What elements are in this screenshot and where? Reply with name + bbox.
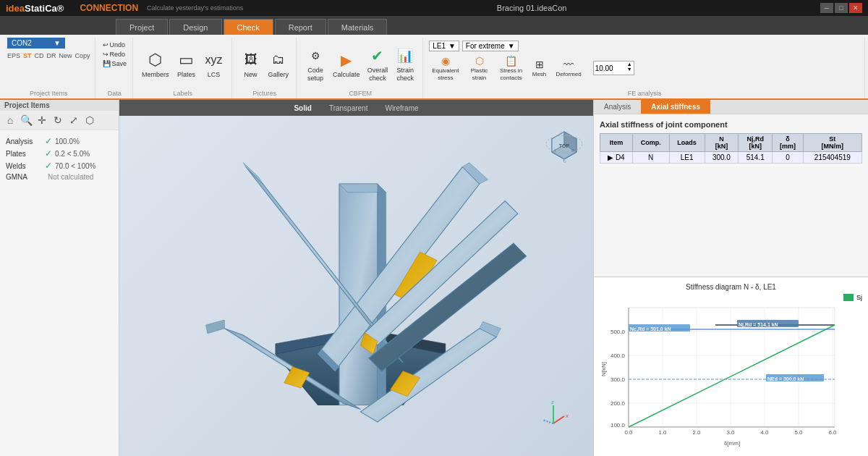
svg-text:100.0: 100.0	[610, 422, 626, 428]
minimize-button[interactable]: ─	[820, 3, 833, 13]
table-row[interactable]: ▶ D4 N LE1 300.0 514.1 0 215404519	[600, 152, 862, 164]
overall-check-button[interactable]: ✔ Overallcheck	[365, 44, 391, 84]
col-loads: Loads	[669, 134, 705, 152]
strain-check-icon: 📊	[395, 46, 415, 66]
transparent-view-button[interactable]: Transparent	[326, 104, 371, 112]
model-svg	[119, 116, 593, 456]
svg-line-29	[553, 416, 564, 423]
left-panel: Project Items ⌂ 🔍 ✛ ↻ ⤢ ⬡ Analysis ✓ 100…	[0, 100, 119, 456]
home-tool-button[interactable]: ⌂	[3, 113, 17, 127]
new-btn[interactable]: New	[59, 52, 72, 59]
eps-btn[interactable]: EPS	[7, 52, 20, 59]
code-setup-button[interactable]: ⚙ Codesetup	[302, 44, 328, 84]
tab-materials[interactable]: Materials	[328, 19, 388, 35]
svg-text:300.0: 300.0	[610, 376, 626, 383]
redo-icon	[103, 51, 109, 58]
redo-button[interactable]: Redo	[101, 50, 129, 59]
calculate-button[interactable]: ▶ Calculate	[330, 48, 363, 80]
spinner[interactable]: ▲ ▼	[593, 61, 634, 75]
svg-text:200.0: 200.0	[610, 400, 626, 407]
zoom-tool-button[interactable]: 🔍	[19, 113, 33, 127]
lcs-button[interactable]: xyz LCS	[201, 48, 227, 80]
tab-project[interactable]: Project	[116, 19, 168, 35]
move-tool-button[interactable]: ✛	[35, 113, 49, 127]
gallery-button[interactable]: 🗂 Gallery	[265, 48, 292, 80]
extreme-dropdown[interactable]: For extreme ▼	[462, 41, 519, 51]
solid-view-button[interactable]: Solid	[291, 104, 314, 112]
mesh-icon: ⊞	[533, 59, 546, 70]
members-button[interactable]: ⬡ Members	[139, 48, 172, 80]
stiffness-diagram: Stiffness diagram N - δ, LE1 Sj	[594, 276, 868, 456]
connection-label: CONNECTION	[80, 3, 138, 13]
fe-top-row: LE1 ▼ For extreme ▼	[429, 41, 634, 51]
cell-nj-rd: 514.1	[739, 152, 773, 164]
fit-tool-button[interactable]: ⤢	[67, 113, 81, 127]
svg-text:Nj,Rd = 514.1 kN: Nj,Rd = 514.1 kN	[739, 322, 778, 328]
save-button[interactable]: 💾 Save	[101, 59, 129, 68]
file-title: Bracing 01.ideaCon	[497, 4, 567, 12]
close-button[interactable]: ✕	[849, 3, 862, 13]
cell-expand[interactable]: ▶ D4	[600, 152, 633, 164]
analysis-tab[interactable]: Analysis	[594, 100, 641, 114]
le1-dropdown[interactable]: LE1 ▼	[429, 41, 459, 51]
gallery-icon: 🗂	[268, 50, 289, 70]
tab-design[interactable]: Design	[169, 19, 221, 35]
data-group-label: Data	[101, 90, 129, 97]
equiv-stress-icon: ◉	[439, 55, 452, 67]
tab-report[interactable]: Report	[275, 19, 326, 35]
undo-icon	[103, 41, 109, 48]
st-btn[interactable]: ST	[23, 52, 32, 59]
view-tool-button[interactable]: ⬡	[82, 113, 97, 127]
cd-btn[interactable]: CD	[35, 52, 44, 59]
mesh-button[interactable]: ⊞ Mesh	[529, 57, 550, 79]
dr-btn[interactable]: DR	[47, 52, 56, 59]
svg-text:3.0: 3.0	[726, 429, 735, 436]
svg-marker-11	[243, 163, 263, 184]
stress-contacts-button[interactable]: 📋 Stress incontacts	[497, 54, 526, 83]
svg-line-33	[542, 420, 553, 423]
svg-text:R: R	[571, 148, 574, 153]
rotate-tool-button[interactable]: ↻	[51, 113, 65, 127]
stiffness-table: Item Comp. Loads N[kN] Nj,Rd[kN] δ[mm] S…	[600, 133, 862, 164]
axial-stiffness-tab[interactable]: Axial stiffness	[641, 100, 710, 114]
welds-result: Welds ✓ 70.0 < 100%	[6, 161, 113, 171]
viewport-canvas[interactable]: TOP L R ↻ x z	[119, 116, 593, 456]
svg-text:0.0: 0.0	[624, 429, 633, 436]
cell-comp: N	[632, 152, 669, 164]
fe-bottom-row: ◉ Equivalentstress ⬡ Plasticstrain 📋 Str…	[429, 54, 634, 83]
plastic-strain-button[interactable]: ⬡ Plasticstrain	[465, 54, 494, 83]
spinner-group: ▲ ▼	[593, 61, 634, 75]
maximize-button[interactable]: □	[835, 3, 848, 13]
svg-text:↻: ↻	[563, 159, 566, 164]
menu-tabs: Project Design Check Report Materials	[0, 16, 868, 35]
cell-n: 300.0	[705, 152, 739, 164]
copy-btn[interactable]: Copy	[75, 52, 90, 59]
undo-button[interactable]: Undo	[101, 41, 129, 49]
cell-st: 215404519	[803, 152, 861, 164]
svg-text:δ[mm]: δ[mm]	[724, 440, 740, 447]
spinner-up[interactable]: ▲	[626, 62, 634, 67]
tab-check[interactable]: Check	[224, 19, 273, 35]
titlebar: ideaStatiCa® CONNECTION Calculate yester…	[0, 0, 868, 16]
viewport[interactable]: Solid Transparent Wireframe	[119, 100, 593, 456]
project-dropdown[interactable]: CON2 ▼	[7, 38, 65, 48]
results-panel: Analysis ✓ 100.0% Plates ✓ 0.2 < 5.0% We…	[0, 130, 119, 189]
new-picture-button[interactable]: 🖼 New	[238, 48, 264, 80]
plates-button[interactable]: ▭ Plates	[174, 48, 200, 80]
logo-text: ideaStatiCa®	[6, 3, 64, 14]
pictures-group: 🖼 New 🗂 Gallery Pictures	[234, 38, 297, 98]
deformed-button[interactable]: 〰 Deformed	[553, 57, 584, 79]
fe-analysis-controls: LE1 ▼ For extreme ▼ ◉ Equivalentstress ⬡…	[429, 38, 634, 83]
legend-sj-color	[843, 294, 854, 301]
strain-check-button[interactable]: 📊 Straincheck	[392, 44, 418, 84]
svg-text:4.0: 4.0	[760, 429, 769, 436]
col-delta: δ[mm]	[773, 134, 804, 152]
spinner-input[interactable]	[594, 64, 626, 73]
equiv-stress-button[interactable]: ◉ Equivalentstress	[429, 54, 461, 83]
orientation-cube[interactable]: TOP L R ↻	[545, 124, 584, 164]
plates-result: Plates ✓ 0.2 < 5.0%	[6, 148, 113, 159]
wireframe-view-button[interactable]: Wireframe	[382, 104, 421, 112]
spinner-down[interactable]: ▼	[626, 67, 634, 72]
window-controls: ─ □ ✕	[820, 3, 862, 13]
axis-indicator: x z	[535, 398, 571, 434]
